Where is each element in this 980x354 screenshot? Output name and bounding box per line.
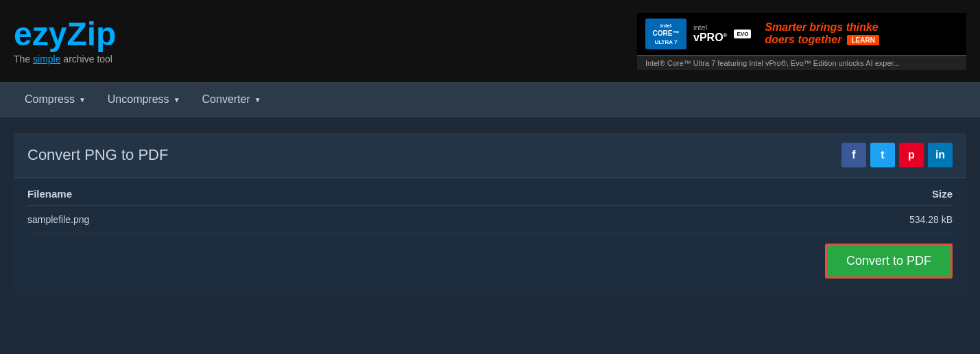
card-title: Convert PNG to PDF [27, 146, 168, 164]
intel-vpro-area: intel vPRO® [693, 23, 727, 44]
logo-prefix: ezy [14, 16, 67, 52]
ad-top: intel CORE™ ULTRA 7 intel vPRO® EVO Smar… [637, 13, 966, 55]
convert-button[interactable]: Convert to PDF [825, 244, 953, 279]
social-buttons: f t p in [841, 143, 953, 167]
logo-highlight: Zip [67, 16, 116, 52]
convert-card: Convert PNG to PDF f t p in Filename Siz… [14, 133, 966, 295]
nav-converter[interactable]: Converter ▼ [191, 84, 272, 115]
file-name: samplefile.png [27, 214, 89, 225]
table-header: Filename Size [27, 178, 953, 206]
navbar: Compress ▼ Uncompress ▼ Converter ▼ [0, 82, 980, 117]
ad-banner: intel CORE™ ULTRA 7 intel vPRO® EVO Smar… [637, 13, 966, 70]
ad-description: Intel® Core™ Ultra 7 featuring Intel vPr… [637, 55, 966, 70]
header: ezyZip The simple archive tool intel COR… [0, 0, 980, 82]
learn-button[interactable]: LEARN [847, 35, 879, 45]
ad-slogan-line2: doers together [765, 34, 841, 46]
twitter-button[interactable]: t [870, 143, 895, 167]
uncompress-arrow-icon: ▼ [174, 96, 180, 104]
nav-compress[interactable]: Compress ▼ [14, 84, 97, 115]
compress-arrow-icon: ▼ [79, 96, 86, 104]
logo-tagline: The simple archive tool [14, 54, 116, 64]
ad-slogan-area: Smarter brings thinke doers together LEA… [758, 21, 958, 46]
converter-arrow-icon: ▼ [254, 96, 261, 104]
card-header: Convert PNG to PDF f t p in [14, 133, 966, 178]
file-size: 534.28 kB [909, 214, 953, 225]
logo[interactable]: ezyZip [14, 18, 116, 51]
file-table: Filename Size samplefile.png 534.28 kB C… [14, 178, 966, 295]
evo-badge: EVO [734, 30, 751, 38]
pinterest-button[interactable]: p [899, 143, 924, 167]
action-area: Convert to PDF [27, 234, 953, 281]
main-content: Convert PNG to PDF f t p in Filename Siz… [0, 117, 980, 311]
linkedin-button[interactable]: in [928, 143, 953, 167]
logo-area: ezyZip The simple archive tool [14, 18, 116, 64]
vpro-label: vPRO® [693, 32, 727, 44]
nav-uncompress[interactable]: Uncompress ▼ [97, 84, 191, 115]
table-row: samplefile.png 534.28 kB [27, 206, 953, 234]
col-filename-header: Filename [27, 188, 72, 200]
facebook-button[interactable]: f [841, 143, 866, 167]
col-size-header: Size [932, 188, 953, 200]
intel-core-badge: intel CORE™ ULTRA 7 [645, 19, 686, 49]
ad-slogan-line1: Smarter brings thinke [765, 21, 958, 34]
